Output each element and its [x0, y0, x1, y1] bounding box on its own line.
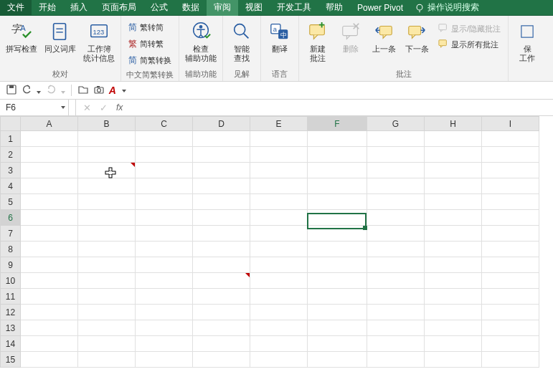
- cell-B7[interactable]: [78, 226, 136, 242]
- row-header-9[interactable]: 9: [1, 257, 21, 273]
- cell-D9[interactable]: [193, 257, 250, 273]
- cell-F5[interactable]: [308, 194, 367, 210]
- cell-H8[interactable]: [425, 242, 482, 257]
- cell-I10[interactable]: [482, 273, 539, 289]
- cell-C2[interactable]: [136, 147, 193, 163]
- cell-I3[interactable]: [482, 163, 539, 178]
- save-button[interactable]: [6, 84, 17, 97]
- cell-F3[interactable]: [308, 163, 367, 178]
- cell-G5[interactable]: [367, 194, 425, 210]
- cell-D14[interactable]: [193, 336, 250, 352]
- previous-comment-button[interactable]: 上一条: [369, 17, 398, 57]
- cell-H3[interactable]: [425, 163, 482, 178]
- col-header-G[interactable]: G: [367, 117, 425, 131]
- cell-F8[interactable]: [308, 242, 367, 257]
- cell-I13[interactable]: [482, 320, 539, 336]
- cell-I14[interactable]: [482, 336, 539, 352]
- cell-A11[interactable]: [21, 289, 78, 305]
- cell-D8[interactable]: [193, 242, 250, 257]
- name-box[interactable]: F6: [0, 100, 69, 115]
- cell-E6[interactable]: [250, 210, 308, 226]
- cell-D7[interactable]: [193, 226, 250, 242]
- row-header-6[interactable]: 6: [1, 210, 21, 226]
- cell-C11[interactable]: [136, 289, 193, 305]
- cell-G3[interactable]: [367, 163, 425, 178]
- cell-E7[interactable]: [250, 226, 308, 242]
- cell-C1[interactable]: [136, 131, 193, 147]
- cell-G6[interactable]: [367, 210, 425, 226]
- tab-home[interactable]: 开始: [32, 0, 63, 16]
- col-header-B[interactable]: B: [78, 117, 136, 131]
- cell-A3[interactable]: [21, 163, 78, 178]
- cell-H2[interactable]: [425, 147, 482, 163]
- cell-F13[interactable]: [308, 320, 367, 336]
- row-header-12[interactable]: 12: [1, 305, 21, 320]
- cell-F12[interactable]: [308, 305, 367, 320]
- enter-icon[interactable]: ✓: [100, 102, 108, 113]
- camera-button[interactable]: [93, 84, 105, 97]
- cell-H4[interactable]: [425, 178, 482, 194]
- col-header-D[interactable]: D: [193, 117, 250, 131]
- tab-formulas[interactable]: 公式: [143, 0, 175, 16]
- trad-to-simp-button[interactable]: 简 繁转简: [126, 20, 174, 35]
- cell-G9[interactable]: [367, 257, 425, 273]
- cell-I1[interactable]: [482, 131, 539, 147]
- cell-C10[interactable]: [136, 273, 193, 289]
- cell-F11[interactable]: [308, 289, 367, 305]
- cell-F4[interactable]: [308, 178, 367, 194]
- cell-E9[interactable]: [250, 257, 308, 273]
- cell-A6[interactable]: [21, 210, 78, 226]
- row-header-1[interactable]: 1: [1, 131, 21, 147]
- cell-D11[interactable]: [193, 289, 250, 305]
- cell-D15[interactable]: [193, 352, 250, 368]
- cell-F1[interactable]: [308, 131, 367, 147]
- row-header-4[interactable]: 4: [1, 178, 21, 194]
- row-header-7[interactable]: 7: [1, 226, 21, 242]
- cell-C9[interactable]: [136, 257, 193, 273]
- cell-G12[interactable]: [367, 305, 425, 320]
- undo-button[interactable]: [22, 84, 41, 97]
- cell-D12[interactable]: [193, 305, 250, 320]
- cell-C3[interactable]: [136, 163, 193, 178]
- cell-I9[interactable]: [482, 257, 539, 273]
- cell-H10[interactable]: [425, 273, 482, 289]
- cell-B13[interactable]: [78, 320, 136, 336]
- cell-H14[interactable]: [425, 336, 482, 352]
- cell-E14[interactable]: [250, 336, 308, 352]
- cell-D2[interactable]: [193, 147, 250, 163]
- cell-B5[interactable]: [78, 194, 136, 210]
- tab-developer[interactable]: 开发工具: [270, 0, 318, 16]
- cell-A1[interactable]: [21, 131, 78, 147]
- tab-power-pivot[interactable]: Power Pivot: [350, 1, 410, 15]
- cell-B3[interactable]: [78, 163, 136, 178]
- cell-B12[interactable]: [78, 305, 136, 320]
- cell-H11[interactable]: [425, 289, 482, 305]
- cell-G14[interactable]: [367, 336, 425, 352]
- cell-F14[interactable]: [308, 336, 367, 352]
- cell-C4[interactable]: [136, 178, 193, 194]
- cell-A10[interactable]: [21, 273, 78, 289]
- cell-B8[interactable]: [78, 242, 136, 257]
- cell-C7[interactable]: [136, 226, 193, 242]
- cell-F6[interactable]: [308, 210, 367, 226]
- cell-F9[interactable]: [308, 257, 367, 273]
- cell-G15[interactable]: [367, 352, 425, 368]
- cell-I15[interactable]: [482, 352, 539, 368]
- cell-G8[interactable]: [367, 242, 425, 257]
- tab-view[interactable]: 视图: [238, 0, 270, 16]
- cell-A13[interactable]: [21, 320, 78, 336]
- cell-I12[interactable]: [482, 305, 539, 320]
- cell-D5[interactable]: [193, 194, 250, 210]
- tab-review[interactable]: 审阅: [207, 0, 238, 16]
- qat-customize-button[interactable]: [120, 85, 126, 95]
- cell-B6[interactable]: [78, 210, 136, 226]
- cell-D6[interactable]: [193, 210, 250, 226]
- redo-button[interactable]: [45, 84, 65, 97]
- cell-D10[interactable]: [193, 273, 250, 289]
- cell-G4[interactable]: [367, 178, 425, 194]
- cell-E4[interactable]: [250, 178, 308, 194]
- simp-to-trad-button[interactable]: 繁 简转繁: [126, 37, 174, 52]
- cell-C6[interactable]: [136, 210, 193, 226]
- cell-G13[interactable]: [367, 320, 425, 336]
- cell-B14[interactable]: [78, 336, 136, 352]
